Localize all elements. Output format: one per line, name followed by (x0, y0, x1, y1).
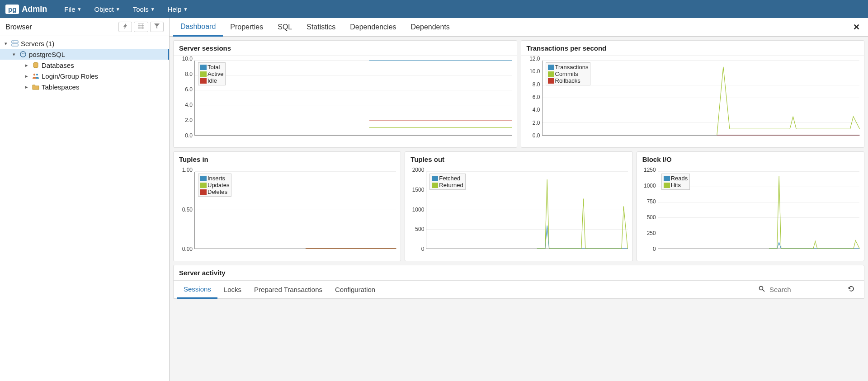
content-tabs: Dashboard Properties SQL Statistics Depe… (170, 18, 868, 37)
chevron-right-icon[interactable]: ▸ (24, 84, 30, 90)
chart-legend: InsertsUpdatesDeletes (198, 174, 231, 197)
legend-label: Hits (671, 182, 681, 188)
card-title: Server activity (174, 265, 864, 281)
tab-dashboard[interactable]: Dashboard (173, 18, 223, 37)
y-tick-label: 0 (653, 246, 656, 252)
y-tick-label: 1250 (644, 167, 656, 173)
folder-icon (32, 83, 40, 91)
tree-label: Login/Group Roles (42, 72, 98, 80)
y-tick-label: 0.50 (182, 207, 193, 213)
y-tick-label: 12.0 (529, 56, 540, 62)
svg-rect-5 (12, 41, 18, 43)
chevron-down-icon[interactable]: ▾ (11, 52, 17, 57)
y-tick-label: 500 (647, 214, 656, 221)
y-tick-label: 8.0 (185, 71, 193, 77)
activity-tab-locks[interactable]: Locks (217, 281, 248, 298)
svg-rect-0 (138, 24, 144, 29)
legend-label: Reads (671, 175, 688, 182)
y-tick-label: 10.0 (529, 68, 540, 75)
legend-label: Active (208, 71, 223, 77)
chevron-right-icon[interactable]: ▸ (24, 73, 30, 79)
card-title: Server sessions (174, 41, 517, 56)
y-tick-label: 1000 (644, 183, 656, 189)
svg-line-16 (763, 290, 764, 292)
legend-swatch (200, 189, 207, 195)
card-tps: Transactions per second 0.02.04.06.08.01… (521, 40, 865, 148)
activity-tab-sessions[interactable]: Sessions (177, 281, 217, 299)
tree-node-roles[interactable]: ▸ Login/Group Roles (0, 71, 169, 81)
card-tuples-out: Tuples out 0500100015002000FetchedReturn… (405, 151, 632, 261)
legend-label: Fetched (439, 175, 460, 182)
tree-node-postgresql[interactable]: ▾ postgreSQL (0, 49, 169, 60)
tab-dependents[interactable]: Dependents (404, 19, 457, 36)
table-icon (138, 24, 144, 29)
legend-label: Updates (208, 182, 229, 188)
card-server-activity: Server activity Sessions Locks Prepared … (173, 265, 864, 299)
caret-down-icon: ▼ (116, 7, 120, 12)
menu-object[interactable]: Object▼ (88, 5, 126, 13)
chart-legend: ReadsHits (661, 174, 690, 190)
bolt-icon (123, 24, 128, 29)
y-tick-label: 0.0 (533, 132, 540, 139)
chevron-right-icon[interactable]: ▸ (24, 62, 30, 68)
tree-label: postgreSQL (29, 51, 65, 58)
svg-point-9 (20, 52, 26, 57)
tree-label: Databases (42, 61, 74, 69)
y-tick-label: 1000 (412, 207, 425, 213)
activity-tab-config[interactable]: Configuration (329, 281, 382, 298)
svg-point-13 (33, 74, 35, 75)
menu-tools[interactable]: Tools▼ (127, 5, 161, 13)
y-tick-label: 8.0 (533, 81, 540, 88)
card-title: Block I/O (637, 152, 864, 167)
tree-node-servers[interactable]: ▾ Servers (1) (0, 38, 169, 49)
refresh-icon (848, 286, 855, 292)
refresh-button[interactable] (842, 283, 860, 296)
chart-legend: TransactionsCommitsRollbacks (546, 62, 591, 85)
y-tick-label: 1500 (412, 187, 425, 193)
search-input[interactable] (769, 286, 837, 293)
caret-down-icon: ▼ (77, 7, 82, 12)
legend-label: Returned (439, 182, 463, 188)
y-tick-label: 10.0 (182, 56, 193, 62)
legend-swatch (200, 176, 207, 181)
svg-point-10 (22, 53, 23, 54)
svg-point-11 (24, 53, 24, 54)
filter-button[interactable] (150, 22, 164, 32)
browser-sidebar: Browser ▾ Servers (1) ▾ (0, 18, 170, 381)
chevron-down-icon[interactable]: ▾ (3, 41, 9, 47)
legend-label: Total (208, 64, 220, 71)
tab-sql[interactable]: SQL (270, 19, 299, 36)
legend-label: Rollbacks (555, 77, 580, 84)
menu-help[interactable]: Help▼ (161, 5, 194, 13)
card-server-sessions: Server sessions 0.02.04.06.08.010.0Total… (173, 40, 517, 148)
svg-point-15 (760, 287, 763, 290)
y-tick-label: 4.0 (185, 102, 193, 108)
y-tick-label: 2.0 (533, 120, 540, 126)
legend-swatch (548, 78, 554, 84)
menu-file[interactable]: File▼ (58, 5, 88, 13)
browser-title: Browser (5, 23, 32, 31)
app-logo: pg Admin (5, 5, 47, 14)
legend-label: Commits (555, 71, 578, 77)
close-icon[interactable]: ✕ (849, 19, 864, 35)
y-tick-label: 0.00 (182, 246, 193, 252)
tree-node-tablespaces[interactable]: ▸ Tablespaces (0, 81, 169, 92)
tab-statistics[interactable]: Statistics (299, 19, 343, 36)
svg-point-14 (36, 74, 38, 75)
tab-properties[interactable]: Properties (223, 19, 270, 36)
card-title: Tuples in (174, 152, 401, 167)
query-tool-button[interactable] (118, 22, 132, 32)
tab-dependencies[interactable]: Dependencies (343, 19, 403, 36)
card-title: Tuples out (405, 152, 632, 167)
y-tick-label: 2000 (412, 167, 425, 173)
database-icon (32, 61, 40, 69)
y-tick-label: 500 (415, 226, 424, 232)
caret-down-icon: ▼ (183, 7, 188, 12)
legend-label: Deletes (208, 188, 227, 195)
elephant-icon (19, 50, 27, 58)
legend-swatch (200, 71, 207, 77)
view-data-button[interactable] (134, 22, 148, 32)
activity-tab-prepared[interactable]: Prepared Transactions (248, 281, 329, 298)
tree-node-databases[interactable]: ▸ Databases (0, 60, 169, 71)
legend-label: Idle (208, 77, 217, 84)
